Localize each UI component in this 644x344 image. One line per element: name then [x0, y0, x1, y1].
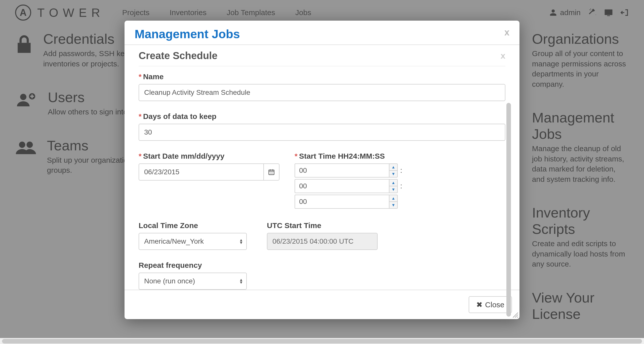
modal-close-button[interactable]: x — [504, 27, 509, 38]
tz-label: Local Time Zone — [139, 221, 247, 230]
select-caret-icon: ▴▾ — [240, 239, 242, 244]
management-jobs-modal: Management Jobs x Create Schedule x *Nam… — [125, 21, 519, 319]
tz-select[interactable]: ▴▾ — [139, 233, 247, 250]
close-button[interactable]: ✖ Close — [469, 296, 512, 313]
days-label: *Days of data to keep — [139, 112, 505, 121]
time-separator: : — [399, 166, 403, 175]
horizontal-scrollbar[interactable] — [0, 338, 644, 344]
inner-close-button[interactable]: x — [501, 51, 505, 61]
minutes-up-button[interactable]: ▲ — [389, 179, 398, 186]
hours-field[interactable] — [295, 163, 389, 178]
repeat-label: Repeat frequency — [139, 261, 505, 270]
hours-down-button[interactable]: ▼ — [389, 170, 398, 178]
start-date-field[interactable] — [139, 163, 263, 181]
utc-value: 06/23/2015 04:00:00 UTC — [267, 233, 378, 250]
name-field[interactable] — [139, 84, 505, 101]
minutes-down-button[interactable]: ▼ — [389, 186, 398, 193]
select-caret-icon: ▴▾ — [240, 278, 242, 284]
repeat-select[interactable]: ▴▾ — [139, 273, 247, 290]
repeat-value[interactable] — [139, 273, 247, 290]
seconds-up-button[interactable]: ▲ — [389, 195, 398, 202]
days-field[interactable] — [139, 124, 505, 141]
modal-overlay: Management Jobs x Create Schedule x *Nam… — [0, 0, 644, 344]
calendar-icon — [268, 168, 275, 176]
seconds-down-button[interactable]: ▼ — [389, 202, 398, 209]
modal-scrollbar[interactable] — [506, 103, 511, 344]
hours-up-button[interactable]: ▲ — [389, 163, 398, 170]
minutes-field[interactable] — [295, 179, 389, 193]
time-separator: : — [399, 182, 403, 190]
datepicker-button[interactable] — [263, 163, 279, 181]
start-time-label: *Start Time HH24:MM:SS — [295, 152, 403, 160]
utc-label: UTC Start Time — [267, 221, 378, 230]
close-icon: ✖ — [476, 300, 482, 309]
tz-value[interactable] — [139, 233, 247, 250]
seconds-field[interactable] — [295, 195, 389, 209]
modal-title: Management Jobs — [135, 27, 240, 41]
inner-title: Create Schedule — [139, 50, 217, 61]
resize-handle-icon[interactable] — [512, 312, 518, 318]
start-date-label: *Start Date mm/dd/yyyy — [139, 152, 279, 160]
name-label: *Name — [139, 72, 505, 81]
